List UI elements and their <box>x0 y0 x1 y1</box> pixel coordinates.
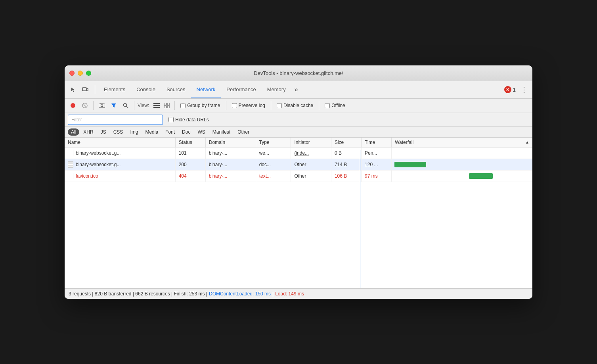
error-badge: ✕ 1 <box>504 86 516 93</box>
table-row[interactable]: favicon.ico 404 binary-... text... Other <box>65 170 532 182</box>
tab-network[interactable]: Network <box>191 81 221 98</box>
disable-cache-toggle[interactable]: Disable cache <box>277 103 313 108</box>
type-filter-css[interactable]: CSS <box>110 128 126 136</box>
table-row[interactable]: binary-websocket.g... 101 binary-... we.… <box>65 147 532 159</box>
maximize-button[interactable] <box>86 71 91 76</box>
titlebar: DevTools - binary-websocket.glitch.me/ <box>65 65 532 81</box>
type-filter-doc[interactable]: Doc <box>179 128 193 136</box>
cell-type: we... <box>256 147 291 159</box>
traffic-lights <box>69 71 91 76</box>
waterfall-bar <box>469 173 493 179</box>
minimize-button[interactable] <box>78 71 83 76</box>
svg-line-4 <box>84 104 86 107</box>
top-nav: Elements Console Sources Network Perform… <box>65 81 532 99</box>
cell-time: 120 ... <box>362 159 392 170</box>
offline-checkbox[interactable] <box>325 103 330 108</box>
network-table-wrapper: Name Status Domain Type Initiator <box>65 138 532 288</box>
tab-performance[interactable]: Performance <box>221 81 261 98</box>
waterfall-bar-container <box>392 148 532 159</box>
device-icon[interactable] <box>80 84 91 95</box>
filter-button[interactable] <box>109 100 119 111</box>
table-row[interactable]: binary-websocket.g... 200 binary-... doc… <box>65 159 532 170</box>
type-filters: All XHR JS CSS Img Media Font Doc WS Man… <box>65 127 532 138</box>
col-header-initiator[interactable]: Initiator <box>291 138 331 148</box>
cursor-icon[interactable] <box>68 84 79 95</box>
cell-type: text... <box>256 170 291 182</box>
svg-rect-15 <box>164 106 166 108</box>
preserve-log-toggle[interactable]: Preserve log <box>232 103 265 108</box>
type-filter-ws[interactable]: WS <box>194 128 208 136</box>
waterfall-bar-container <box>392 159 532 170</box>
cell-status: 200 <box>175 159 205 170</box>
col-header-time[interactable]: Time <box>362 138 392 148</box>
type-filter-img[interactable]: Img <box>127 128 141 136</box>
network-table: Name Status Domain Type Initiator <box>65 138 532 182</box>
status-separator: | <box>272 291 274 297</box>
type-filter-manifest[interactable]: Manifest <box>209 128 233 136</box>
view-list-button[interactable] <box>152 101 161 110</box>
disable-cache-checkbox[interactable] <box>277 103 282 108</box>
error-count: 1 <box>513 87 516 93</box>
nav-tabs: Elements Console Sources Network Perform… <box>98 81 301 98</box>
col-header-domain[interactable]: Domain <box>205 138 256 148</box>
waterfall-bar <box>394 162 426 167</box>
hide-data-urls-toggle[interactable]: Hide data URLs <box>168 117 209 123</box>
cell-status: 101 <box>175 147 205 159</box>
record-button[interactable] <box>68 100 78 111</box>
view-group-button[interactable] <box>163 101 171 110</box>
cell-waterfall <box>392 147 532 159</box>
devtools-window: DevTools - binary-websocket.glitch.me/ E… <box>65 65 532 299</box>
toolbar-divider-2 <box>134 101 134 110</box>
group-by-frame-checkbox[interactable] <box>180 103 186 108</box>
status-bar: 3 requests | 820 B transferred | 662 B r… <box>65 288 532 299</box>
close-button[interactable] <box>69 71 75 76</box>
cell-type: doc... <box>256 159 291 170</box>
offline-toggle[interactable]: Offline <box>325 103 345 108</box>
type-filter-js[interactable]: JS <box>98 128 109 136</box>
search-button[interactable] <box>121 100 131 111</box>
camera-button[interactable] <box>97 100 107 111</box>
col-header-type[interactable]: Type <box>256 138 291 148</box>
kebab-menu-button[interactable]: ⋮ <box>519 85 529 94</box>
status-text: 3 requests | 820 B transferred | 662 B r… <box>69 291 207 297</box>
svg-point-2 <box>71 103 75 108</box>
file-icon <box>68 150 73 156</box>
type-filter-all[interactable]: All <box>68 128 79 136</box>
cell-time: 97 ms <box>362 170 392 182</box>
cell-name: favicon.ico <box>65 170 175 182</box>
cell-initiator: (inde... <box>291 147 331 159</box>
cell-domain: binary-... <box>205 170 256 182</box>
svg-rect-11 <box>153 105 160 106</box>
stop-button[interactable] <box>80 100 90 111</box>
tab-sources[interactable]: Sources <box>161 81 191 98</box>
cell-waterfall <box>392 159 532 170</box>
toolbar-divider-4 <box>226 101 226 110</box>
filter-bar: Hide data URLs <box>65 113 532 127</box>
col-header-name[interactable]: Name <box>65 138 175 148</box>
svg-rect-14 <box>167 103 170 105</box>
svg-line-9 <box>126 106 128 108</box>
col-header-size[interactable]: Size <box>331 138 361 148</box>
svg-rect-0 <box>82 88 86 91</box>
tab-memory[interactable]: Memory <box>262 81 291 98</box>
col-header-status[interactable]: Status <box>175 138 205 148</box>
hide-data-urls-checkbox[interactable] <box>168 117 174 122</box>
svg-rect-12 <box>153 107 160 108</box>
tab-console[interactable]: Console <box>131 81 161 98</box>
svg-rect-10 <box>153 103 160 104</box>
cell-domain: binary-... <box>205 159 256 170</box>
type-filter-xhr[interactable]: XHR <box>80 128 96 136</box>
tab-elements[interactable]: Elements <box>98 81 131 98</box>
type-filter-other[interactable]: Other <box>234 128 253 136</box>
cell-size: 106 B <box>331 170 361 182</box>
error-icon: ✕ <box>504 86 511 93</box>
type-filter-font[interactable]: Font <box>162 128 178 136</box>
more-tabs-button[interactable]: » <box>291 86 301 93</box>
group-by-frame-toggle[interactable]: Group by frame <box>180 103 220 108</box>
file-icon <box>68 161 73 168</box>
filter-input[interactable] <box>68 115 163 125</box>
preserve-log-checkbox[interactable] <box>232 103 237 108</box>
nav-right: ✕ 1 ⋮ <box>504 85 529 94</box>
type-filter-media[interactable]: Media <box>142 128 161 136</box>
col-header-waterfall[interactable]: Waterfall ▲ <box>392 138 532 148</box>
